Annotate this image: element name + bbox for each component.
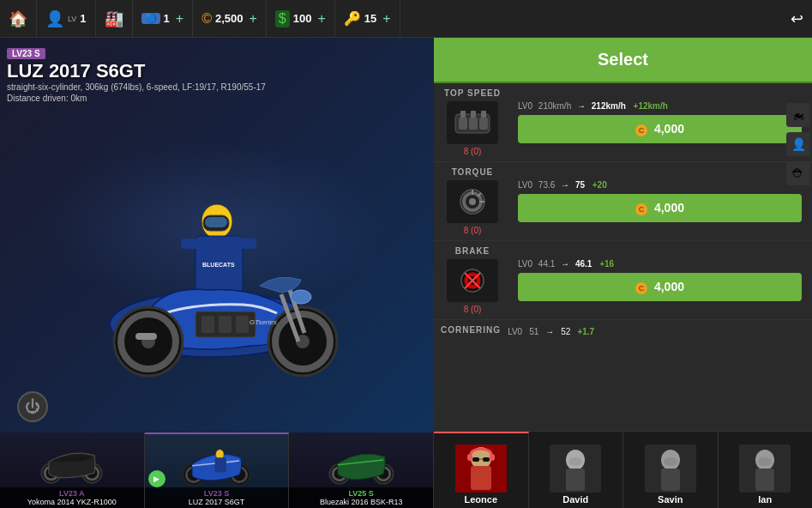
carousel-label-2: LV25 S Bluezaki 2016 BSK-R13 <box>289 487 433 508</box>
topspeed-upgrade-button[interactable]: 4,000 <box>518 115 802 142</box>
carousel-name-1: LUZ 2017 S6GT <box>148 498 286 506</box>
brake-upgrade-button[interactable]: 4,000 <box>518 273 802 300</box>
power-button[interactable]: ⏻ <box>17 391 48 422</box>
carousel-name-2: Bluezaki 2016 BSK-R13 <box>292 498 430 506</box>
carousel-label-1: LV23 S LUZ 2017 S6GT <box>145 487 289 508</box>
stat-row-torque: TORQUE 8 (0) LV0 73.6 <box>434 162 812 241</box>
carousel-bike-bg-0 <box>0 432 144 489</box>
left-panel: LV23 S LUZ 2017 S6GT straight-six-cylind… <box>0 38 434 508</box>
side-helmet-icon[interactable]: ⛑ <box>786 161 810 185</box>
topspeed-lv: LV0 <box>518 101 532 111</box>
svg-point-50 <box>469 198 476 205</box>
svg-rect-2 <box>205 217 227 227</box>
coin-area: © 2,500 + <box>193 0 267 37</box>
stat-row-brake: BRAKE 8 (0) LV0 44.1 → <box>434 241 812 320</box>
rider-card-leonce[interactable]: Leonce <box>434 432 529 508</box>
torque-label: TORQUE <box>452 167 494 177</box>
top-bar: 🏠 👤 LV 1 🏭 🔵 1 + © 2,500 + $ 100 + 🔑 15 … <box>0 0 812 38</box>
svg-rect-63 <box>483 457 490 462</box>
key-plus[interactable]: + <box>382 11 390 27</box>
topspeed-count: 8 (0) <box>464 147 482 156</box>
torque-info: LV0 73.6 → 75 +20 4,000 <box>511 180 812 221</box>
side-rider-icon[interactable]: 👤 <box>786 132 810 156</box>
svg-rect-47 <box>481 111 486 118</box>
rider-card-savin[interactable]: Savin <box>623 432 719 508</box>
brake-from: 44.1 <box>538 259 555 269</box>
coin-icon: © <box>201 11 212 27</box>
svg-rect-73 <box>661 469 680 491</box>
brake-count: 8 (0) <box>464 305 482 314</box>
svg-rect-62 <box>472 457 479 462</box>
token-area: 🔵 1 + <box>133 0 194 37</box>
rider-name-leonce: Leonce <box>464 494 497 505</box>
svg-rect-11 <box>201 316 214 333</box>
svg-rect-6 <box>239 239 256 249</box>
garage-button[interactable]: 🏭 <box>96 0 133 37</box>
brake-label: BRAKE <box>455 246 490 256</box>
torque-upgrade-button[interactable]: 4,000 <box>518 194 802 221</box>
rider-card-david[interactable]: David <box>529 432 624 508</box>
carousel-item-1[interactable]: ▶ LV23 S LUZ 2017 S6GT <box>145 432 290 508</box>
torque-to: 75 <box>575 180 585 190</box>
bike-display: BLUECATS <box>0 89 434 431</box>
svg-point-78 <box>758 457 772 466</box>
svg-point-23 <box>291 290 311 304</box>
coin-plus[interactable]: + <box>250 11 257 27</box>
carousel-level-0: LV23 A <box>3 489 141 498</box>
brake-info: LV0 44.1 → 46.1 +16 4,000 <box>511 259 812 300</box>
token-plus[interactable]: + <box>176 11 183 27</box>
player-icon: 👤 <box>45 9 64 28</box>
token-count: 1 <box>164 12 170 25</box>
back-button[interactable]: ↩ <box>782 0 812 37</box>
carousel-name-0: Yokoma 2014 YKZ-R1000 <box>3 498 141 506</box>
torque-icon <box>452 184 493 219</box>
svg-rect-22 <box>135 333 157 340</box>
bike-svg: BLUECATS <box>37 140 397 380</box>
topspeed-info: LV0 210km/h → 212km/h +12km/h 4,000 <box>511 101 812 142</box>
brake-icon <box>452 263 493 298</box>
svg-rect-77 <box>755 469 774 491</box>
rider-avatar-david <box>550 444 601 493</box>
svg-rect-65 <box>467 454 472 461</box>
svg-point-74 <box>664 457 677 466</box>
select-button[interactable]: Select <box>434 38 812 83</box>
svg-rect-46 <box>471 111 476 118</box>
svg-rect-35 <box>215 457 226 472</box>
cornering-label: CORNERING <box>441 325 501 335</box>
engine-icon <box>452 106 493 140</box>
cash-area: $ 100 + <box>267 0 335 37</box>
coin-count: 2,500 <box>215 12 244 25</box>
cash-plus[interactable]: + <box>317 11 325 27</box>
brake-cost: 4,000 <box>654 280 684 293</box>
topspeed-bonus: +12km/h <box>634 101 668 111</box>
brake-bonus: +16 <box>599 259 614 269</box>
rider-avatar-leonce <box>455 444 507 493</box>
torque-bonus: +20 <box>592 180 607 190</box>
bike-subtitle: straight-six-cylinder, 306kg (674lbs), 6… <box>7 82 266 92</box>
svg-rect-12 <box>219 316 232 333</box>
torque-level-row: LV0 73.6 → 75 +20 <box>518 180 805 190</box>
cornering-to: 52 <box>561 327 570 336</box>
side-bike-icon[interactable]: 🏍 <box>786 103 810 127</box>
cornering-bonus: +1.7 <box>577 327 594 336</box>
topspeed-cost: 4,000 <box>654 122 684 136</box>
carousel-item-2[interactable]: LV25 S Bluezaki 2016 BSK-R13 <box>289 432 434 508</box>
back-icon: ↩ <box>791 9 803 28</box>
home-button[interactable]: 🏠 <box>0 0 37 37</box>
stats-area: TOP SPEED 8 (0) LV0 <box>434 83 812 431</box>
token-icon: 🔵 <box>141 13 160 24</box>
player-info: 👤 LV 1 <box>37 0 96 37</box>
coin-icon-topspeed <box>635 124 647 136</box>
svg-rect-44 <box>479 118 488 130</box>
topspeed-label: TOP SPEED <box>444 88 501 98</box>
stat-row-topspeed: TOP SPEED 8 (0) LV0 <box>434 83 812 162</box>
bike-title: LUZ 2017 S6GT <box>7 62 266 81</box>
svg-rect-42 <box>459 118 467 130</box>
carousel-item-0[interactable]: LV23 A Yokoma 2014 YKZ-R1000 <box>0 432 145 508</box>
carousel-play-button[interactable]: ▶ <box>148 470 165 487</box>
torque-icon-box <box>447 180 498 223</box>
rider-card-ian[interactable]: Ian <box>719 432 813 508</box>
torque-cost: 4,000 <box>654 201 684 215</box>
rider-avatar-ian <box>739 444 791 493</box>
bike-info: LV23 S LUZ 2017 S6GT straight-six-cylind… <box>7 45 266 103</box>
